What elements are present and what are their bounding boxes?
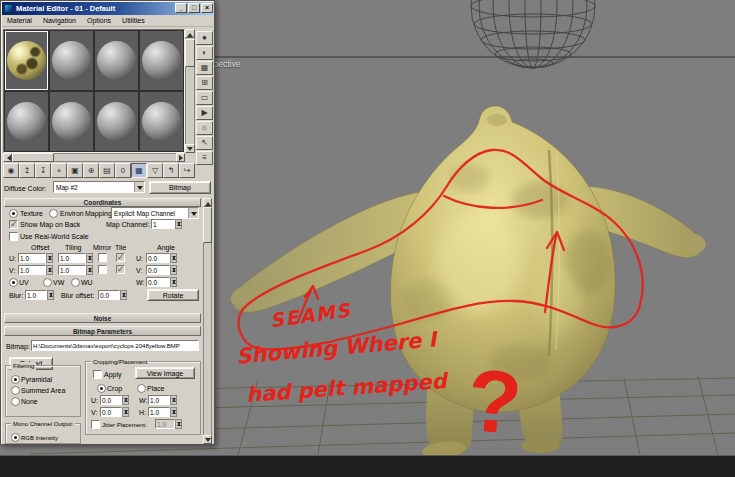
blur-offset-spinner[interactable] — [120, 290, 127, 300]
scroll-down-icon[interactable] — [185, 144, 195, 153]
material-sample-slot-3[interactable] — [94, 30, 139, 91]
material-sample-slot-2[interactable] — [49, 30, 94, 91]
w-angle-field[interactable]: 0.0 — [146, 277, 170, 287]
params-scroll-up-icon[interactable] — [203, 198, 212, 207]
v-tile-checkbox[interactable] — [116, 265, 125, 274]
blur-field[interactable]: 1.0 — [25, 290, 47, 300]
material-sample-slot-1[interactable] — [4, 30, 49, 91]
crop-h-field[interactable]: 1.0 — [148, 407, 170, 417]
jitter-placement-field[interactable]: 1.0 — [155, 419, 175, 429]
u-offset-spinner[interactable] — [46, 253, 53, 263]
scroll-left-icon[interactable] — [3, 153, 12, 162]
crop-u-field[interactable]: 0.0 — [100, 395, 122, 405]
v-offset-spinner[interactable] — [46, 265, 53, 275]
coordinates-rollout[interactable]: Coordinates — [4, 198, 201, 207]
crop-v-field[interactable]: 0.0 — [100, 407, 122, 417]
mapping-select[interactable]: Explicit Map Channel — [111, 207, 199, 219]
get-material-icon[interactable]: ◉ — [3, 163, 19, 178]
u-tile-checkbox[interactable] — [116, 253, 125, 262]
rgb-intensity-radio[interactable] — [11, 433, 20, 442]
map-name-select[interactable]: Map #2 — [53, 181, 145, 193]
v-mirror-checkbox[interactable] — [98, 265, 107, 274]
jitter-placement-checkbox[interactable] — [91, 420, 100, 429]
use-real-world-scale-checkbox[interactable] — [9, 232, 18, 241]
apply-checkbox[interactable] — [93, 370, 102, 379]
filter-pyramidal-radio[interactable] — [11, 375, 20, 384]
crop-u-spinner[interactable] — [122, 395, 129, 405]
crop-h-spinner[interactable] — [170, 407, 177, 417]
menu-material[interactable]: Material — [7, 17, 32, 24]
material-sample-slot-8[interactable] — [139, 91, 184, 152]
u-tiling-field[interactable]: 1.0 — [58, 253, 86, 263]
params-scroll-thumb[interactable] — [203, 207, 212, 243]
minimize-button[interactable]: _ — [175, 3, 187, 13]
select-by-material-icon[interactable]: ↖ — [196, 136, 213, 150]
slots-hscroll-thumb[interactable] — [12, 153, 54, 162]
bitmap-path-field[interactable]: H:\Documents\3dsmax\export\cyclops 2048y… — [31, 340, 199, 351]
maximize-button[interactable]: □ — [188, 3, 200, 13]
blur-offset-field[interactable]: 0.0 — [98, 290, 120, 300]
map-channel-spinner[interactable] — [175, 219, 182, 229]
scroll-up-icon[interactable] — [185, 29, 195, 38]
make-material-copy-icon[interactable]: ▣ — [67, 163, 83, 178]
menu-navigation[interactable]: Navigation — [43, 17, 76, 24]
v-tiling-spinner[interactable] — [86, 265, 93, 275]
texture-radio[interactable] — [9, 209, 18, 218]
environ-radio[interactable] — [49, 209, 58, 218]
dropdown-arrow-icon[interactable] — [188, 208, 198, 218]
crop-w-spinner[interactable] — [170, 395, 177, 405]
filter-summed-area-radio[interactable] — [11, 386, 20, 395]
view-image-button[interactable]: View Image — [135, 367, 195, 379]
noise-rollout[interactable]: Noise — [4, 313, 201, 323]
scroll-right-icon[interactable] — [176, 153, 185, 162]
uv-radio[interactable] — [9, 278, 18, 287]
params-scroll-down-icon[interactable] — [203, 435, 212, 444]
crop-v-spinner[interactable] — [122, 407, 129, 417]
crop-radio[interactable] — [97, 384, 106, 393]
material-sample-slot-7[interactable] — [94, 91, 139, 152]
backlight-icon[interactable]: ◐ — [196, 46, 213, 60]
u-offset-field[interactable]: 1.0 — [18, 253, 46, 263]
v-tiling-field[interactable]: 1.0 — [58, 265, 86, 275]
sample-type-icon[interactable]: ● — [196, 31, 213, 45]
jitter-placement-spinner[interactable] — [175, 419, 182, 429]
sample-uv-tiling-icon[interactable]: ⊞ — [196, 76, 213, 90]
make-preview-icon[interactable]: ▶ — [196, 106, 213, 120]
blur-spinner[interactable] — [47, 290, 54, 300]
vw-radio[interactable] — [43, 278, 52, 287]
assign-material-to-selection-icon[interactable]: ↧ — [35, 163, 51, 178]
material-sample-slot-5[interactable] — [4, 91, 49, 152]
v-angle-spinner[interactable] — [170, 265, 177, 275]
show-end-result-icon[interactable]: ▽ — [147, 163, 163, 178]
close-button[interactable]: × — [201, 3, 213, 13]
material-sample-slot-4[interactable] — [139, 30, 184, 91]
v-angle-field[interactable]: 0.0 — [146, 265, 170, 275]
menu-utilities[interactable]: Utilities — [122, 17, 145, 24]
u-angle-spinner[interactable] — [170, 253, 177, 263]
go-to-parent-icon[interactable]: ↰ — [163, 163, 179, 178]
show-map-on-back-checkbox[interactable] — [9, 220, 18, 229]
put-material-to-scene-icon[interactable]: ↥ — [19, 163, 35, 178]
u-mirror-checkbox[interactable] — [98, 253, 107, 262]
go-forward-sibling-icon[interactable]: ↪ — [179, 163, 195, 178]
make-unique-icon[interactable]: ⊕ — [83, 163, 99, 178]
slots-vscroll-thumb[interactable] — [185, 39, 195, 67]
rotate-button[interactable]: Rotate — [147, 289, 199, 301]
material-sample-slot-6[interactable] — [49, 91, 94, 152]
u-tiling-spinner[interactable] — [86, 253, 93, 263]
filter-none-radio[interactable] — [11, 397, 20, 406]
options-icon[interactable]: ☼ — [196, 121, 213, 135]
background-icon[interactable]: ▦ — [196, 61, 213, 75]
material-id-channel-icon[interactable]: 0 — [115, 163, 131, 178]
u-angle-field[interactable]: 0.0 — [146, 253, 170, 263]
map-channel-field[interactable]: 1 — [151, 219, 175, 229]
menu-options[interactable]: Options — [87, 17, 111, 24]
wu-radio[interactable] — [71, 278, 80, 287]
bitmap-parameters-rollout[interactable]: Bitmap Parameters — [4, 326, 201, 336]
reset-map-icon[interactable]: × — [51, 163, 67, 178]
material-map-navigator-icon[interactable]: ≡ — [196, 151, 213, 165]
v-offset-field[interactable]: 1.0 — [18, 265, 46, 275]
place-radio[interactable] — [137, 384, 146, 393]
map-type-button[interactable]: Bitmap — [149, 181, 211, 194]
dropdown-arrow-icon[interactable] — [134, 182, 144, 192]
